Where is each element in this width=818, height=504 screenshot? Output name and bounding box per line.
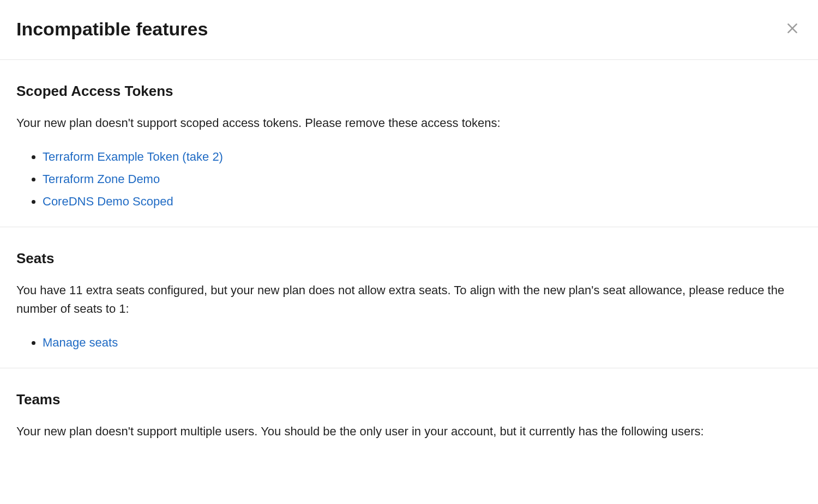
section-seats: Seats You have 11 extra seats configured… <box>0 227 818 368</box>
token-list: Terraform Example Token (take 2) Terrafo… <box>16 148 802 210</box>
section-description: Your new plan doesn't support multiple u… <box>16 422 802 441</box>
close-icon <box>785 21 799 37</box>
incompatible-features-dialog: Incompatible features Scoped Access Toke… <box>0 0 818 472</box>
token-link[interactable]: Terraform Example Token (take 2) <box>43 150 223 163</box>
section-description: Your new plan doesn't support scoped acc… <box>16 114 802 132</box>
manage-seats-link[interactable]: Manage seats <box>43 336 118 349</box>
section-description: You have 11 extra seats configured, but … <box>16 281 802 318</box>
section-scoped-access-tokens: Scoped Access Tokens Your new plan doesn… <box>0 60 818 227</box>
dialog-title: Incompatible features <box>16 15 208 43</box>
section-title: Teams <box>16 389 802 410</box>
list-item: Manage seats <box>43 333 802 351</box>
section-teams: Teams Your new plan doesn't support mult… <box>0 368 818 472</box>
seats-list: Manage seats <box>16 333 802 351</box>
list-item: Terraform Zone Demo <box>43 170 802 188</box>
list-item: CoreDNS Demo Scoped <box>43 192 802 210</box>
token-link[interactable]: Terraform Zone Demo <box>43 172 160 186</box>
dialog-header: Incompatible features <box>0 0 818 60</box>
list-item: Terraform Example Token (take 2) <box>43 148 802 166</box>
section-title: Scoped Access Tokens <box>16 81 802 102</box>
close-button[interactable] <box>783 19 802 39</box>
section-title: Seats <box>16 248 802 269</box>
token-link[interactable]: CoreDNS Demo Scoped <box>43 195 173 208</box>
